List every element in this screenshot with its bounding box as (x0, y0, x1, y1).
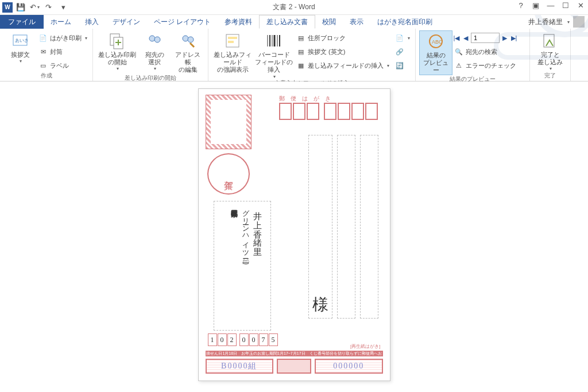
lottery-row: B0000組 000000 (206, 359, 383, 374)
sender-address-2: グリーンハイツ二〇三 (239, 205, 250, 327)
ribbon-options-icon[interactable]: ▣ (531, 1, 541, 10)
preview-icon: ABC (427, 32, 445, 51)
lottery-notice: 抽せん日1月18日 お年玉のお渡し期間1月17~7月17日 くじ番号部分を切り取… (206, 351, 383, 356)
recipient-address-area: 様 (308, 135, 378, 319)
zip-cell[interactable] (338, 103, 350, 120)
sender-zip-cell[interactable]: 0 (249, 333, 258, 346)
group-start-mailmerge: 差し込み印刷 の開始▾ 宛先の 選択▾ アドレス帳 の編集 差し込み印刷の開始 (93, 29, 208, 81)
stamp-area (206, 95, 252, 149)
svg-point-9 (188, 37, 194, 42)
highlight-merge-fields-button[interactable]: 差し込みフィールド の強調表示 (212, 30, 253, 74)
rules-button[interactable]: 📄▾ (393, 32, 412, 44)
postcard-header: 郵便はがき (279, 95, 336, 103)
document-area[interactable]: 郵便はがき 年賀 様 東京都千代田区三番町二〇 グリーンハイツ二〇三 井 上 香… (0, 81, 588, 392)
svg-text:あいさつ: あいさつ (15, 38, 28, 43)
postcard-page[interactable]: 郵便はがき 年賀 様 東京都千代田区三番町二〇 グリーンハイツ二〇三 井 上 香… (198, 88, 390, 381)
tab-hagaki-print[interactable]: はがき宛名面印刷 (370, 15, 439, 29)
tab-mailings[interactable]: 差し込み文書 (259, 15, 315, 29)
lottery-number: 000000 (315, 359, 383, 374)
errors-icon: ⚠ (454, 61, 463, 70)
tab-layout[interactable]: ページ レイアウト (147, 15, 218, 29)
help-icon[interactable]: ? (516, 1, 526, 10)
preview-results-button[interactable]: ABC 結果の プレビュー (419, 30, 452, 75)
nenga-stamp: 年賀 (207, 153, 250, 195)
greeting-text-button[interactable]: あいさつ 挨拶文▾ (3, 30, 37, 64)
group-create-label: 作成 (3, 72, 89, 81)
svg-point-6 (149, 36, 155, 41)
zip-cell[interactable] (351, 103, 364, 120)
quick-access-toolbar: W 💾 ↶▾ ↷ ▾ (0, 2, 69, 13)
recipient-name-box[interactable]: 様 (308, 135, 332, 319)
select-recipients-button[interactable]: 宛先の 選択▾ (138, 30, 171, 72)
insert-merge-field-button[interactable]: ▦差し込みフィールドの挿入▾ (295, 59, 391, 72)
zip-cell[interactable] (324, 103, 336, 120)
update-labels-button[interactable]: 🔄 (393, 59, 412, 72)
zip-cell[interactable] (307, 103, 319, 120)
undo-icon[interactable]: ↶▾ (29, 2, 40, 13)
group-start-label: 差し込み印刷の開始 (96, 74, 204, 82)
label-button[interactable]: ▭ラベル (37, 59, 89, 72)
greeting-line-button[interactable]: ▤挨拶文 (英文) (295, 45, 391, 58)
sender-area[interactable]: 東京都千代田区三番町二〇 グリーンハイツ二〇三 井 上 香 緒 里 (214, 201, 271, 331)
group-finish-label: 完了 (533, 72, 567, 81)
hagaki-print-button[interactable]: 📄はがき印刷▾ (37, 32, 89, 44)
tab-insert[interactable]: 挿入 (78, 15, 106, 29)
edit-recipient-list-button[interactable]: アドレス帳 の編集 (171, 30, 204, 74)
restore-icon[interactable]: ☐ (560, 1, 571, 10)
sender-zip-cell[interactable]: 7 (259, 333, 268, 346)
postcard-icon: 📄 (38, 33, 48, 42)
envelope-button[interactable]: ✉封筒 (37, 45, 89, 58)
envelope-icon: ✉ (38, 47, 48, 56)
tab-review[interactable]: 校閲 (315, 15, 343, 29)
tab-references[interactable]: 参考資料 (218, 15, 259, 29)
edit-list-icon (179, 32, 197, 50)
zip-cell[interactable] (279, 103, 292, 120)
lottery-emblem (277, 359, 311, 374)
sender-zip-cell[interactable]: 5 (269, 333, 278, 346)
tab-view[interactable]: 表示 (343, 15, 370, 29)
recycled-paper-note: [再生紙はがき] (350, 343, 380, 350)
greeting-text-icon: あいさつ (11, 32, 29, 50)
minimize-icon[interactable]: — (546, 1, 556, 10)
tab-file[interactable]: ファイル (0, 15, 44, 29)
honorific-sama: 様 (309, 294, 332, 316)
svg-text:ABC: ABC (432, 39, 443, 45)
close-icon[interactable]: ✕ (575, 1, 586, 10)
save-icon[interactable]: 💾 (15, 2, 26, 13)
first-record-button[interactable]: |◀ (452, 34, 461, 42)
merge-field-icon: ▦ (296, 61, 305, 70)
start-mailmerge-button[interactable]: 差し込み印刷 の開始▾ (96, 30, 138, 72)
window-title: 文書 2 - Word (0, 2, 588, 12)
tab-design[interactable]: デザイン (106, 15, 147, 29)
redo-icon[interactable]: ↷ (42, 2, 54, 13)
sender-zip-cell[interactable]: 0 (218, 333, 227, 346)
zip-cell[interactable] (293, 103, 305, 120)
group-create: あいさつ 挨拶文▾ 📄はがき印刷▾ ✉封筒 ▭ラベル 作成 (0, 29, 93, 81)
sender-zip-cell[interactable]: 1 (208, 333, 217, 346)
recipients-icon (145, 32, 164, 50)
match-fields-button[interactable]: 🔗 (393, 45, 412, 58)
sender-zip-cell[interactable]: 2 (227, 333, 237, 346)
qat-customize-icon[interactable]: ▾ (57, 2, 69, 13)
label-icon: ▭ (38, 61, 48, 70)
group-write-insert: 差し込みフィールド の強調表示 バーコード フィールドの挿入▾ ▤住所ブロック … (208, 29, 416, 81)
tab-home[interactable]: ホーム (44, 15, 78, 29)
rules-icon: 📄 (395, 33, 404, 42)
barcode-field-button[interactable]: バーコード フィールドの挿入▾ (253, 30, 295, 79)
recipient-address-box-1[interactable] (360, 135, 378, 319)
match-fields-icon: 🔗 (395, 47, 404, 56)
title-bar: W 💾 ↶▾ ↷ ▾ 文書 2 - Word ? ▣ — ☐ ✕ (0, 0, 588, 15)
address-block-icon: ▤ (296, 33, 305, 42)
prev-record-button[interactable]: ◀ (462, 34, 470, 42)
barcode-icon (265, 32, 283, 50)
svg-rect-12 (228, 41, 234, 43)
sender-zip-cell[interactable]: 0 (239, 333, 249, 346)
zip-cell[interactable] (365, 103, 378, 120)
mailmerge-icon (108, 32, 126, 50)
sender-zip-boxes: 1 0 2 0 0 7 5 (208, 333, 278, 346)
address-block-button[interactable]: ▤住所ブロック (295, 32, 391, 44)
recipient-address-box-2[interactable] (337, 135, 355, 319)
sender-address-1: 東京都千代田区三番町二〇 (229, 205, 239, 327)
greeting-line-icon: ▤ (296, 47, 305, 56)
sender-name: 井 上 香 緒 里 (251, 205, 265, 327)
